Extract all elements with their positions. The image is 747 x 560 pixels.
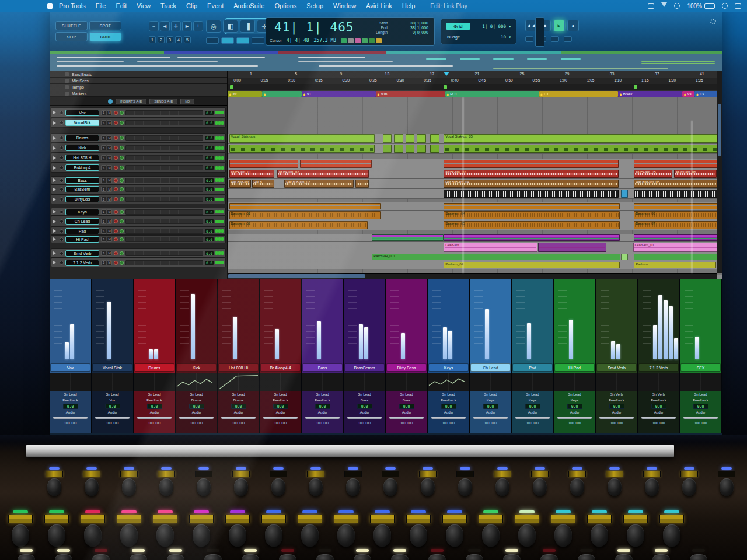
scrollbar-thumb[interactable] <box>718 104 721 156</box>
tempo-ruler[interactable] <box>228 84 722 90</box>
audio-clip[interactable] <box>355 180 369 188</box>
track-row[interactable]: Pad S M 0.0 <box>51 227 226 235</box>
channel-name-label[interactable]: Pad <box>512 363 553 372</box>
insert-send-slots[interactable] <box>125 229 203 234</box>
tempo-event[interactable] <box>444 85 447 89</box>
track-name[interactable]: Drums <box>65 135 99 141</box>
automation-display[interactable] <box>302 373 343 391</box>
audio-clip[interactable] <box>300 160 372 168</box>
edit-tool-button[interactable]: ▐ <box>240 20 255 33</box>
track-lane[interactable]: Bass-sm_02 Bass-sm_05 Bass-sm_07 <box>228 220 722 230</box>
track-name[interactable]: 7.1.2 Verb <box>65 260 99 266</box>
channel-name-label[interactable]: Br.Aloop4 4 <box>260 363 301 372</box>
menu-item[interactable]: AudioSuite <box>233 2 264 9</box>
pan-slider[interactable] <box>515 416 550 419</box>
menu-item[interactable]: Options <box>274 2 296 9</box>
send-assignment[interactable]: Sn Lead <box>176 391 217 397</box>
rotary-encoder[interactable] <box>627 524 644 547</box>
audio-clip[interactable]: Hat 808-sm_02 <box>284 180 354 188</box>
rotary-encoder[interactable] <box>720 478 734 496</box>
disclosure-icon[interactable] <box>53 198 58 201</box>
send-assignment[interactable]: Sn Lead <box>218 391 259 397</box>
transport-button[interactable]: ● <box>567 20 579 32</box>
grid-toggle[interactable]: Grid <box>446 23 470 30</box>
track-lane[interactable] <box>228 202 722 211</box>
io-column-header[interactable]: I/O <box>180 99 194 104</box>
track-name[interactable]: Kick <box>65 145 99 151</box>
edit-cursor[interactable] <box>463 97 463 273</box>
pan-slider[interactable] <box>95 416 130 419</box>
mute-button[interactable]: M <box>107 237 112 242</box>
volume-readout[interactable]: 0.0 <box>567 404 582 409</box>
automation-display[interactable] <box>260 373 301 391</box>
edit-mode-button[interactable]: SLIP <box>55 32 88 41</box>
audio-clip[interactable]: Bass-sm_05 <box>444 221 620 229</box>
track-lane[interactable] <box>228 189 722 199</box>
audio-clip[interactable] <box>621 190 628 198</box>
automation-display[interactable] <box>176 373 217 391</box>
solo-button[interactable]: S <box>101 178 106 183</box>
record-enable-button[interactable] <box>114 197 118 201</box>
mixer-channel-strip[interactable]: Pad Sn Lead Keys 0.0 Audio 100 100 <box>512 279 554 433</box>
record-enable-button[interactable] <box>114 136 118 140</box>
track-name[interactable]: BrAloop4 <box>65 164 99 171</box>
send-assignment[interactable]: Sn Lead <box>470 391 511 397</box>
volume-readout[interactable]: 0.0 <box>273 404 288 409</box>
audio-clip[interactable] <box>229 203 381 209</box>
audio-clip[interactable]: Hat 808-sm_05 <box>634 180 717 188</box>
track-name[interactable]: Vox <box>65 110 99 116</box>
output-assignment[interactable]: Feedback <box>680 397 721 403</box>
zoom-preset-button[interactable]: 1 <box>149 36 156 43</box>
memory-marker[interactable]: ◆V1 <box>302 91 376 97</box>
disclosure-icon[interactable] <box>53 136 58 140</box>
rotary-encoder[interactable] <box>18 554 35 560</box>
tempo-event[interactable] <box>634 85 637 89</box>
volume-readout[interactable]: 0.0 <box>483 404 498 409</box>
disclosure-icon[interactable] <box>53 146 58 150</box>
menu-item[interactable]: Setup <box>306 2 323 9</box>
channel-name-label[interactable]: Hat 808 Hi <box>218 363 259 372</box>
send-assignment[interactable]: Sn Lead <box>680 391 721 397</box>
rotary-encoder[interactable] <box>533 478 547 496</box>
pan-slider[interactable] <box>137 416 172 419</box>
rotary-encoder[interactable] <box>608 478 622 496</box>
volume-readout[interactable]: 0.0 <box>63 404 78 409</box>
input-monitor-button[interactable] <box>120 178 124 183</box>
toggle-button[interactable] <box>252 37 264 44</box>
rotary-encoder[interactable] <box>193 524 210 547</box>
bars-ruler[interactable]: 1591317212529333741 <box>228 71 722 78</box>
automation-display[interactable] <box>638 373 679 391</box>
audio-clip[interactable] <box>634 254 717 260</box>
track-row[interactable]: Kick S M 0.0 <box>51 143 226 153</box>
track-name[interactable]: Keys <box>65 209 99 215</box>
markers-ruler[interactable]: ◆Int ◆ ◆V1 ◆V1b ◆PC1 ◆C1 ◆Break ◆Vs <box>228 90 722 97</box>
rotary-encoder[interactable] <box>301 524 319 547</box>
track-name[interactable]: Bass <box>65 177 99 184</box>
track-name[interactable]: Smd Verb <box>65 250 99 257</box>
horizontal-scrollbar[interactable] <box>228 273 717 279</box>
volume-readout[interactable]: 0.0 <box>189 404 204 409</box>
audio-clip[interactable]: Bass-sm_07 <box>634 221 717 229</box>
insert-send-slots[interactable] <box>125 237 203 242</box>
zoom-tool-button[interactable]: + <box>193 21 203 32</box>
audio-clip[interactable] <box>444 235 620 241</box>
input-monitor-button[interactable] <box>120 237 124 242</box>
insert-send-slots[interactable] <box>125 135 203 141</box>
rotary-encoder[interactable] <box>84 524 102 547</box>
record-enable-button[interactable] <box>114 156 118 160</box>
send-assignment[interactable]: Sn Verb <box>638 391 679 397</box>
mixer-channel-strip[interactable]: Hat 808 Hi Sn Lead Drums 0.0 Audio 100 1… <box>218 279 260 433</box>
audio-clip[interactable]: Bass-sm_02 <box>229 221 368 229</box>
audio-clip[interactable]: Hat 808-sm <box>229 180 251 188</box>
display-icon[interactable] <box>648 4 654 9</box>
audio-clip[interactable] <box>229 145 375 153</box>
audio-clip[interactable] <box>372 235 444 241</box>
mixer-channel-strip[interactable]: Kick Sn Lead Drums 0.0 Audio 100 100 <box>176 279 218 433</box>
track-lane[interactable] <box>228 159 722 169</box>
solo-button[interactable]: S <box>101 145 106 150</box>
rotary-encoder[interactable] <box>159 478 173 496</box>
menu-item[interactable]: View <box>137 2 151 9</box>
output-assignment[interactable]: Keys <box>512 397 553 403</box>
edit-mode-button[interactable]: SHUFFLE <box>55 21 88 30</box>
audio-clip[interactable]: Pad-sm_04 <box>444 262 620 268</box>
